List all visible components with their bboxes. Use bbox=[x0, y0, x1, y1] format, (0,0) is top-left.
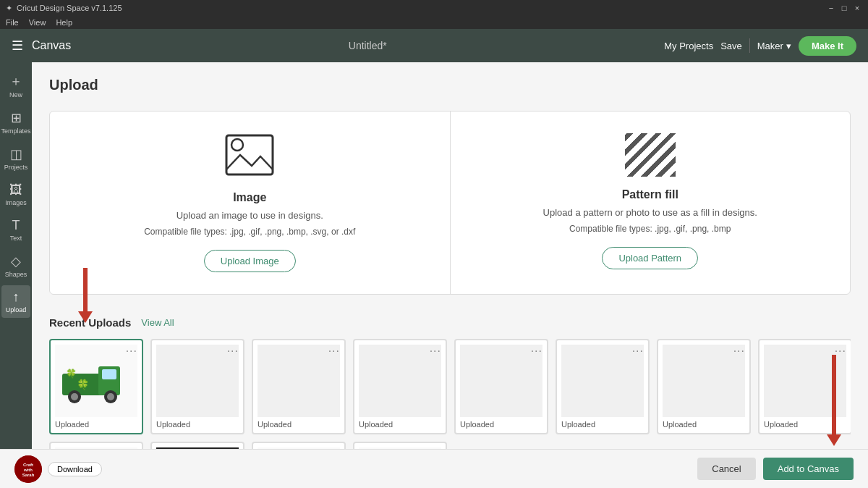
upload-pattern-button[interactable]: Upload Pattern bbox=[602, 247, 698, 269]
my-projects-button[interactable]: My Projects bbox=[664, 41, 713, 51]
svg-text:Sarah: Sarah bbox=[22, 473, 35, 477]
sidebar-item-label: Text bbox=[10, 235, 22, 242]
app-title: Cricut Design Space v7.1.125 bbox=[17, 4, 122, 12]
thumbnail-label-4: Uploaded bbox=[359, 420, 441, 429]
upload-image-button[interactable]: Upload Image bbox=[204, 250, 296, 272]
maker-selector[interactable]: Maker ▾ bbox=[757, 41, 791, 51]
pattern-card-compat: Compatible file types: .jpg, .gif, .png,… bbox=[569, 224, 731, 234]
recent-uploads-header: Recent Uploads View All bbox=[49, 316, 851, 329]
app-icon: ✦ bbox=[6, 4, 12, 13]
toolbar-divider bbox=[749, 38, 750, 53]
pattern-card-title: Pattern fill bbox=[622, 188, 678, 201]
bottom-bar: Craft with Sarah Download Cancel Add to … bbox=[0, 449, 868, 488]
thumbnail-menu-5[interactable]: ··· bbox=[531, 345, 542, 358]
add-to-canvas-button[interactable]: Add to Canvas bbox=[763, 458, 854, 480]
templates-icon: ⊞ bbox=[11, 110, 22, 126]
title-bar: ✦ Cricut Design Space v7.1.125 − □ × bbox=[0, 0, 868, 16]
thumbnail-label-2: Uploaded bbox=[156, 420, 239, 429]
thumbnail-menu-6[interactable]: ··· bbox=[632, 345, 644, 358]
thumbnail-menu-4[interactable]: ··· bbox=[430, 345, 441, 358]
thumbnail-item-3[interactable]: ··· Uploaded bbox=[252, 339, 346, 434]
thumbnail-item-6[interactable]: ··· Uploaded bbox=[556, 339, 650, 434]
thumbnail-item-8[interactable]: ··· Uploaded bbox=[758, 339, 851, 434]
avatar-svg: Craft with Sarah bbox=[14, 455, 42, 483]
save-button[interactable]: Save bbox=[720, 41, 742, 51]
hamburger-icon[interactable]: ☰ bbox=[12, 38, 23, 54]
thumbnail-menu-1[interactable]: ··· bbox=[126, 345, 137, 358]
thumbnail-label-8: Uploaded bbox=[764, 420, 846, 429]
projects-icon: ◫ bbox=[10, 146, 22, 162]
close-btn[interactable]: × bbox=[852, 3, 862, 13]
menu-file[interactable]: File bbox=[6, 18, 19, 27]
sidebar-item-projects[interactable]: ◫ Projects bbox=[1, 142, 30, 175]
thumbnail-item-4[interactable]: ··· Uploaded bbox=[353, 339, 447, 434]
image-placeholder-icon bbox=[224, 133, 275, 177]
menu-view[interactable]: View bbox=[29, 18, 46, 27]
svg-text:🍀: 🍀 bbox=[77, 379, 90, 391]
pattern-card-desc: Upload a pattern or photo to use as a fi… bbox=[543, 207, 757, 218]
content-area: ＋ New ⊞ Templates ◫ Projects 🖼 Images T … bbox=[0, 62, 868, 488]
pattern-upload-card: Pattern fill Upload a pattern or photo t… bbox=[451, 112, 851, 294]
maker-label: Maker bbox=[757, 41, 783, 51]
pattern-icon-box bbox=[625, 133, 676, 177]
sidebar-item-shapes[interactable]: ◇ Shapes bbox=[1, 249, 30, 282]
thumbnail-item-1[interactable]: ··· bbox=[49, 339, 143, 434]
shapes-icon: ◇ bbox=[11, 253, 21, 269]
thumbnail-label-7: Uploaded bbox=[663, 420, 745, 429]
pattern-upload-icon bbox=[625, 133, 676, 177]
sidebar-item-label: Shapes bbox=[5, 271, 27, 278]
recent-uploads-title: Recent Uploads bbox=[49, 316, 131, 329]
page-title: Upload bbox=[49, 77, 851, 93]
download-button[interactable]: Download bbox=[48, 462, 102, 476]
thumbnail-menu-7[interactable]: ··· bbox=[733, 345, 745, 358]
sidebar-item-label: Images bbox=[5, 199, 27, 206]
main-toolbar: ☰ Canvas Untitled* My Projects Save Make… bbox=[0, 29, 868, 62]
sidebar-item-label: Templates bbox=[1, 127, 30, 135]
thumbnail-item-7[interactable]: ··· Uploaded bbox=[657, 339, 751, 434]
truck-svg: 🍀 🍀 bbox=[59, 352, 135, 410]
upload-cards: Image Upload an image to use in designs.… bbox=[49, 111, 851, 295]
images-icon: 🖼 bbox=[9, 182, 22, 198]
main-content: Upload Image Upload an image to use in d… bbox=[32, 62, 868, 488]
thumbnail-grid-row1: ··· bbox=[49, 339, 851, 434]
new-icon: ＋ bbox=[9, 72, 22, 90]
chevron-down-icon: ▾ bbox=[786, 41, 791, 51]
app-title-toolbar: Canvas bbox=[32, 39, 71, 52]
menu-help[interactable]: Help bbox=[56, 18, 72, 27]
thumbnail-item-2[interactable]: ··· Uploaded bbox=[150, 339, 244, 434]
sidebar-item-upload[interactable]: ↑ Upload bbox=[1, 285, 30, 318]
bottom-left-area: Craft with Sarah Download bbox=[14, 455, 102, 483]
document-title: Untitled* bbox=[349, 40, 387, 51]
bottom-right-area: Cancel Add to Canvas bbox=[697, 458, 854, 480]
svg-text:Craft: Craft bbox=[23, 463, 33, 467]
sidebar-item-label: Upload bbox=[6, 306, 27, 314]
thumbnail-label-1: Uploaded bbox=[55, 420, 137, 429]
upload-icon: ↑ bbox=[13, 290, 20, 305]
menu-bar: File View Help bbox=[0, 16, 868, 29]
sidebar-item-templates[interactable]: ⊞ Templates bbox=[1, 106, 30, 139]
text-icon: T bbox=[12, 218, 20, 233]
thumbnail-menu-2[interactable]: ··· bbox=[227, 345, 239, 358]
minimize-btn[interactable]: − bbox=[826, 3, 836, 13]
svg-point-1 bbox=[231, 139, 243, 151]
image-card-desc: Upload an image to use in designs. bbox=[176, 210, 323, 221]
thumbnail-menu-8[interactable]: ··· bbox=[835, 345, 846, 358]
window-controls[interactable]: − □ × bbox=[826, 3, 862, 13]
sidebar-item-new[interactable]: ＋ New bbox=[1, 68, 30, 103]
svg-rect-4 bbox=[102, 369, 116, 379]
image-upload-card: Image Upload an image to use in designs.… bbox=[50, 112, 451, 294]
cancel-button[interactable]: Cancel bbox=[697, 458, 755, 480]
thumbnail-item-5[interactable]: ··· Uploaded bbox=[454, 339, 548, 434]
sidebar-item-label: Projects bbox=[4, 164, 28, 171]
thumbnail-menu-3[interactable]: ··· bbox=[328, 345, 340, 358]
sidebar-item-text[interactable]: T Text bbox=[1, 214, 30, 246]
view-all-link[interactable]: View All bbox=[141, 317, 174, 328]
sidebar-item-images[interactable]: 🖼 Images bbox=[1, 178, 30, 211]
image-card-compat: Compatible file types: .jpg, .gif, .png,… bbox=[144, 227, 355, 237]
maximize-btn[interactable]: □ bbox=[839, 3, 849, 13]
thumbnail-label-6: Uploaded bbox=[561, 420, 644, 429]
image-card-title: Image bbox=[233, 191, 266, 204]
make-it-button[interactable]: Make It bbox=[799, 36, 856, 56]
svg-point-6 bbox=[71, 393, 78, 400]
thumbnail-label-5: Uploaded bbox=[460, 420, 542, 429]
